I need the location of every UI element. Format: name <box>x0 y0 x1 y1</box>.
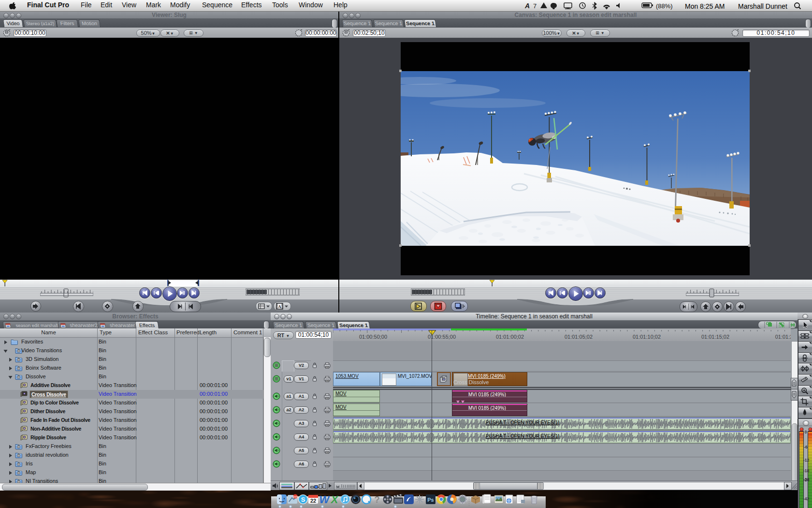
svg-text:(88%): (88%) <box>656 2 673 10</box>
svg-text:A: A <box>278 304 281 309</box>
svg-text:X: X <box>330 494 339 505</box>
svg-text:7: 7 <box>533 2 536 10</box>
svg-text:Ps: Ps <box>427 497 434 503</box>
svg-text:A: A <box>524 2 530 10</box>
svg-text:?: ? <box>374 494 380 505</box>
svg-text:S: S <box>301 496 305 503</box>
svg-text:555: 555 <box>293 495 298 498</box>
svg-text:22: 22 <box>310 498 316 504</box>
svg-text:Marshall Dunnet: Marshall Dunnet <box>738 2 787 10</box>
svg-text:W: W <box>319 494 330 505</box>
svg-text:Mon 8:25 AM: Mon 8:25 AM <box>685 2 725 10</box>
